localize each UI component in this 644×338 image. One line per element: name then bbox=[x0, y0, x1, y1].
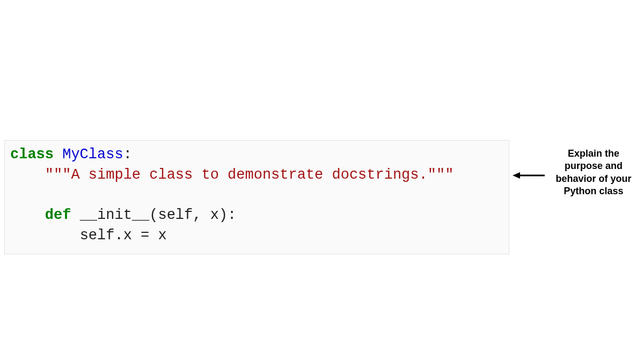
body: self.x = x bbox=[80, 227, 167, 244]
params: (self, x): bbox=[149, 207, 236, 223]
indent bbox=[10, 167, 45, 183]
docstring: """A simple class to demonstrate docstri… bbox=[45, 167, 454, 183]
keyword-class: class bbox=[10, 146, 54, 163]
annotation-text: Explain the purpose and behavior of your… bbox=[547, 148, 640, 198]
space bbox=[54, 146, 62, 163]
space bbox=[71, 207, 79, 223]
arrow-left-icon bbox=[513, 172, 545, 179]
colon: : bbox=[123, 146, 132, 163]
svg-marker-1 bbox=[513, 172, 520, 179]
indent bbox=[10, 207, 45, 223]
class-name: MyClass bbox=[62, 146, 123, 163]
keyword-def: def bbox=[45, 207, 71, 223]
function-name: __init__ bbox=[80, 207, 150, 223]
code-block: class MyClass: """A simple class to demo… bbox=[4, 140, 509, 254]
indent bbox=[10, 227, 80, 244]
